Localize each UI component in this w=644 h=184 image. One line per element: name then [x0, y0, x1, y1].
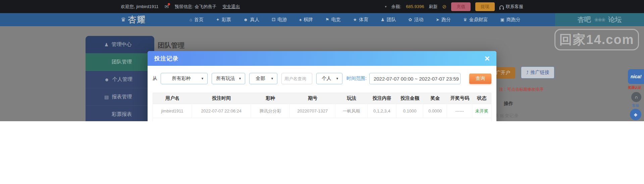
- balance-label: 余额:: [391, 4, 401, 10]
- close-icon[interactable]: ×: [485, 54, 490, 63]
- person-icon: ☻: [104, 77, 109, 82]
- cell-username: jimbird1911: [153, 104, 192, 118]
- chevron-down-icon: ▼: [336, 77, 339, 80]
- hide-balance-icon[interactable]: ⊘: [442, 4, 446, 10]
- nav-item-chess[interactable]: ♠棋牌: [299, 17, 313, 23]
- bet-records-modal: 投注记录 × 从 所有彩种 ▼ 所有玩法 ▼ 全部 ▼: [148, 51, 496, 121]
- sidebar-item-report-management[interactable]: ▤ 报表管理: [86, 88, 154, 106]
- scope-select[interactable]: 个人 ▼: [316, 73, 342, 84]
- live-person-icon: ☻: [243, 17, 248, 22]
- filter-row: 从 所有彩种 ▼ 所有玩法 ▼ 全部 ▼ 个人 ▼ 时间范围:: [148, 73, 496, 85]
- col-play[interactable]: 玩法: [335, 95, 368, 101]
- mail-icon[interactable]: ✉: [164, 4, 169, 10]
- chevron-down-icon: ▼: [201, 77, 204, 80]
- bet-records-table: 用户名 投注时间 彩种 期号 玩法 投注内容 投注金额 奖金 开奖号码 状态 j…: [153, 93, 491, 121]
- nica-float-badge[interactable]: nica!: [628, 69, 644, 84]
- lottery-icon: ✦: [216, 17, 220, 22]
- banner-left-text: 杏吧: [578, 15, 591, 24]
- gift-icon: ✿: [409, 17, 412, 22]
- col-bet-content[interactable]: 投注内容: [368, 95, 396, 101]
- col-issue[interactable]: 期号: [290, 95, 335, 101]
- col-draw-number[interactable]: 开奖号码: [447, 95, 473, 101]
- logo-text: 杏耀: [128, 14, 146, 25]
- nav-item-paofen[interactable]: ➤跑分: [436, 17, 451, 23]
- forum-banner: 杏吧 ❀❀❀ 论坛: [555, 13, 644, 26]
- date-range-picker[interactable]: 2022-07-07 00:00 ~ 2022-07-07 23:59: [369, 73, 461, 84]
- nav-item-lottery[interactable]: ✦彩票: [216, 17, 231, 23]
- mail-badge-dot: [168, 3, 170, 5]
- contact-service-link[interactable]: 联系客服: [499, 4, 523, 10]
- report-icon: ▤: [104, 94, 109, 100]
- nav-item-shang-paofen[interactable]: ▣商跑分: [500, 17, 521, 23]
- shang-paofen-icon: ▣: [500, 17, 504, 22]
- page-title: 团队管理: [158, 41, 184, 50]
- sidebar: ♟ 管理中心 团队管理 ☻ 个人管理 ▤ 报表管理 彩票报表: [86, 36, 154, 121]
- play-type-select[interactable]: 所有玩法 ▼: [212, 73, 245, 84]
- navbar: ♛ 杏耀 ⌂首页 ✦彩票 ☻真人 ⚃电游 ♠棋牌 ⚑电竞 ★体育 ♟团队 ✿活动…: [0, 13, 644, 26]
- status-all-select[interactable]: 全部 ▼: [249, 73, 277, 84]
- chevron-down-icon: ▼: [238, 77, 241, 80]
- wealth-icon: ♛: [463, 17, 467, 22]
- balance-value: 685.9396: [406, 4, 424, 9]
- col-username[interactable]: 用户名: [153, 95, 192, 101]
- share-icon: ⤴: [526, 70, 529, 75]
- table-row: jimbird1911 2022-07-07 22:06:24 腾讯分分彩 20…: [153, 104, 491, 118]
- nav-item-esports[interactable]: ⚑电竞: [325, 17, 341, 23]
- sidebar-item-management-center[interactable]: ♟ 管理中心: [86, 36, 154, 53]
- sidebar-item-personal-management[interactable]: ☻ 个人管理: [86, 71, 154, 88]
- welcome-text: 欢迎您, jimbird1911: [121, 4, 158, 10]
- screen: 欢迎您, jimbird1911 ✉ 预留信息: 会飞的燕子 安全退出 ▾ 余额…: [0, 0, 644, 184]
- page-content-dimmed: ♟ 管理中心 团队管理 ☻ 个人管理 ▤ 报表管理 彩票报表 团队管理 推广开户…: [0, 26, 644, 121]
- banner-right-text: 论坛: [608, 15, 622, 24]
- refresh-link[interactable]: 刷新: [429, 4, 437, 10]
- nav-item-wealth[interactable]: ♛金鼎财富: [463, 17, 488, 23]
- col-prize[interactable]: 奖金: [423, 95, 447, 101]
- nav-item-team[interactable]: ♟团队: [381, 17, 396, 23]
- crown-icon: ♛: [121, 16, 126, 23]
- chevron-down-icon: ▼: [271, 77, 274, 80]
- time-range-label: 时间范围:: [346, 76, 367, 82]
- sports-icon: ★: [353, 17, 357, 22]
- col-status[interactable]: 状态: [472, 95, 491, 101]
- cell-draw-number: ------: [447, 104, 473, 118]
- home-icon: ⌂: [190, 17, 192, 22]
- action-column-header: 操作: [504, 101, 513, 107]
- sort-note-text: 注：可点击标题修改排序: [499, 87, 543, 92]
- nav-item-activity[interactable]: ✿活动: [409, 17, 424, 23]
- cell-bet-content: 0,1,2,3,4: [368, 104, 396, 118]
- flourish-ornament-icon: ❀❀❀: [594, 17, 605, 23]
- customer-service-float-icon[interactable]: ∩: [631, 92, 641, 102]
- esports-icon: ⚑: [325, 17, 329, 22]
- username-search-input[interactable]: [281, 73, 312, 84]
- sidebar-item-lottery-report[interactable]: 彩票报表: [86, 106, 154, 121]
- nav-item-sports[interactable]: ★体育: [353, 17, 368, 23]
- site-logo[interactable]: ♛ 杏耀: [121, 14, 190, 25]
- paofen-icon: ➤: [436, 17, 439, 22]
- team-icon: ♟: [381, 17, 385, 22]
- headset-icon: [499, 5, 504, 8]
- nav-item-home[interactable]: ⌂首页: [190, 17, 204, 23]
- logout-link[interactable]: 安全退出: [222, 4, 240, 10]
- search-button[interactable]: 查询: [469, 74, 491, 84]
- col-bet-amount[interactable]: 投注金额: [396, 95, 424, 101]
- col-bet-time[interactable]: 投注时间: [192, 95, 251, 101]
- cell-play: 一帆风顺: [335, 104, 368, 118]
- col-lottery[interactable]: 彩种: [251, 95, 290, 101]
- recharge-button[interactable]: 充值: [451, 2, 471, 11]
- egame-icon: ⚃: [272, 17, 275, 22]
- sidebar-item-team-management[interactable]: 团队管理: [86, 53, 154, 71]
- balance-caret-icon[interactable]: ▾: [385, 5, 387, 8]
- withdraw-button[interactable]: 提现: [475, 2, 495, 11]
- promo-link-button[interactable]: ⤴ 推广链接: [521, 66, 554, 79]
- shield-float-icon[interactable]: ◆: [630, 109, 641, 120]
- cell-prize: 0.0000: [423, 104, 447, 118]
- nav-item-egame[interactable]: ⚃电游: [272, 17, 287, 23]
- chess-icon: ♠: [299, 17, 302, 22]
- from-label: 从: [153, 76, 157, 82]
- nav-item-live[interactable]: ☻真人: [243, 17, 259, 23]
- cell-bet-time: 2022-07-07 22:06:24: [192, 104, 251, 118]
- management-center-icon: ♟: [104, 42, 109, 47]
- cell-status: 未开奖: [472, 104, 491, 118]
- lottery-type-select[interactable]: 所有彩种 ▼: [161, 73, 208, 84]
- cell-bet-amount: 0.1000: [396, 104, 424, 118]
